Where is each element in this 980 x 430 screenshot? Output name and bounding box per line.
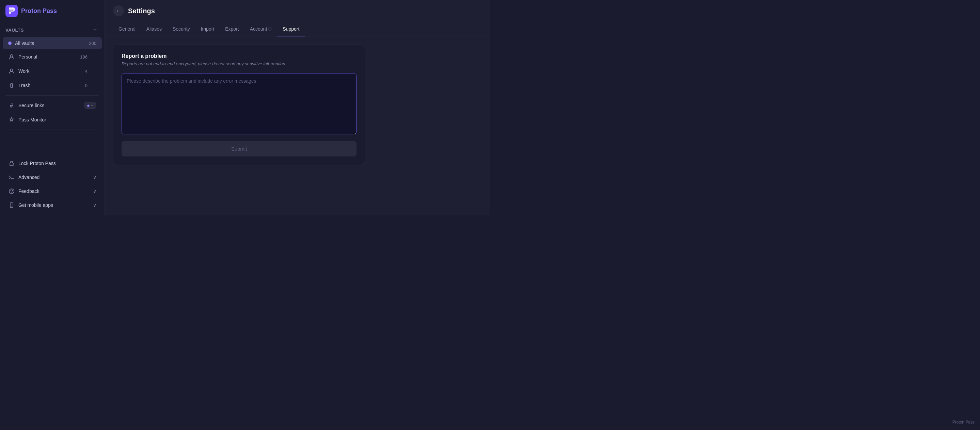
svg-point-4: [9, 189, 14, 194]
account-external-icon: ⬡: [268, 27, 272, 31]
vaults-header: Vaults +: [0, 23, 105, 37]
submit-button[interactable]: Submit: [122, 141, 356, 157]
tab-aliases[interactable]: Aliases: [141, 22, 167, 36]
report-subtitle: Reports are not end-to-end encrypted, pl…: [122, 61, 356, 66]
sidebar-item-feedback[interactable]: Feedback ∨: [3, 184, 102, 198]
add-vault-button[interactable]: +: [91, 26, 99, 34]
sidebar-item-secure-links[interactable]: Secure links ◆ +: [3, 98, 102, 112]
main-content: ← Settings General Aliases Security Impo…: [105, 0, 490, 215]
all-vaults-dot-icon: [8, 41, 11, 45]
sidebar-item-work[interactable]: Work 4 ⋯: [3, 64, 102, 78]
mobile-icon: [8, 202, 15, 208]
secure-links-icon: [8, 102, 15, 109]
work-vault-icon: [8, 68, 15, 75]
all-vaults-label: All vaults: [15, 40, 86, 46]
back-arrow-icon: ←: [116, 8, 121, 14]
tab-security[interactable]: Security: [167, 22, 196, 36]
settings-title: Settings: [128, 7, 155, 15]
personal-label: Personal: [18, 54, 76, 60]
sidebar-item-get-mobile[interactable]: Get mobile apps ∨: [3, 198, 102, 212]
svg-rect-3: [10, 163, 13, 166]
report-textarea[interactable]: [122, 73, 356, 134]
feedback-chevron-icon: ∨: [93, 189, 96, 194]
advanced-chevron-icon: ∨: [93, 175, 96, 180]
feedback-icon: [8, 188, 15, 195]
work-count: 4: [85, 69, 88, 74]
advanced-icon: [8, 174, 15, 181]
secure-links-label: Secure links: [18, 103, 80, 108]
logo-text: Proton Pass: [21, 8, 57, 14]
get-mobile-label: Get mobile apps: [18, 202, 89, 208]
advanced-label: Advanced: [18, 175, 89, 180]
sidebar-item-trash[interactable]: Trash 0 ⋯: [3, 79, 102, 92]
sidebar-bottom: Lock Proton Pass Advanced ∨ Feedback: [0, 156, 105, 215]
get-mobile-chevron-icon: ∨: [93, 202, 96, 208]
sidebar: Proton Pass Vaults + All vaults 200 Pers…: [0, 0, 105, 215]
logo: Proton Pass: [0, 0, 105, 22]
pass-monitor-icon: [8, 116, 15, 123]
vaults-label: Vaults: [5, 27, 24, 33]
lock-label: Lock Proton Pass: [18, 160, 96, 166]
personal-vault-icon: [8, 53, 15, 60]
all-vaults-count: 200: [89, 41, 96, 46]
tab-import[interactable]: Import: [196, 22, 220, 36]
personal-count: 196: [80, 54, 88, 60]
sidebar-item-lock[interactable]: Lock Proton Pass: [3, 157, 102, 170]
logo-icon: [5, 5, 18, 17]
back-button[interactable]: ←: [113, 5, 124, 16]
svg-point-2: [11, 69, 13, 71]
tab-support[interactable]: Support: [277, 22, 305, 36]
secure-links-badge: ◆ +: [84, 102, 96, 109]
report-card: Report a problem Reports are not end-to-…: [113, 44, 365, 165]
svg-point-7: [11, 206, 12, 207]
sidebar-item-personal[interactable]: Personal 196 ⋯: [3, 50, 102, 63]
tab-export[interactable]: Export: [220, 22, 244, 36]
trash-count: 0: [85, 83, 88, 88]
tabs-container: General Aliases Security Import Export A…: [105, 22, 490, 36]
content-area: Report a problem Reports are not end-to-…: [105, 36, 490, 215]
lock-icon: [8, 160, 15, 167]
pass-monitor-label: Pass Monitor: [18, 117, 96, 122]
tab-account[interactable]: Account ⬡: [245, 22, 277, 36]
tab-general[interactable]: General: [113, 22, 141, 36]
svg-point-5: [11, 192, 12, 193]
sidebar-item-advanced[interactable]: Advanced ∨: [3, 170, 102, 184]
settings-header: ← Settings: [105, 0, 490, 22]
trash-icon: [8, 82, 15, 89]
feedback-label: Feedback: [18, 189, 89, 194]
report-title: Report a problem: [122, 53, 356, 59]
sidebar-item-all-vaults[interactable]: All vaults 200: [3, 37, 102, 49]
sidebar-item-pass-monitor[interactable]: Pass Monitor: [3, 113, 102, 127]
svg-point-1: [11, 55, 13, 57]
trash-label: Trash: [18, 83, 82, 88]
badge-plus: +: [91, 103, 93, 108]
divider-2: [5, 130, 99, 130]
badge-diamond-icon: ◆: [87, 103, 89, 108]
work-label: Work: [18, 68, 82, 74]
